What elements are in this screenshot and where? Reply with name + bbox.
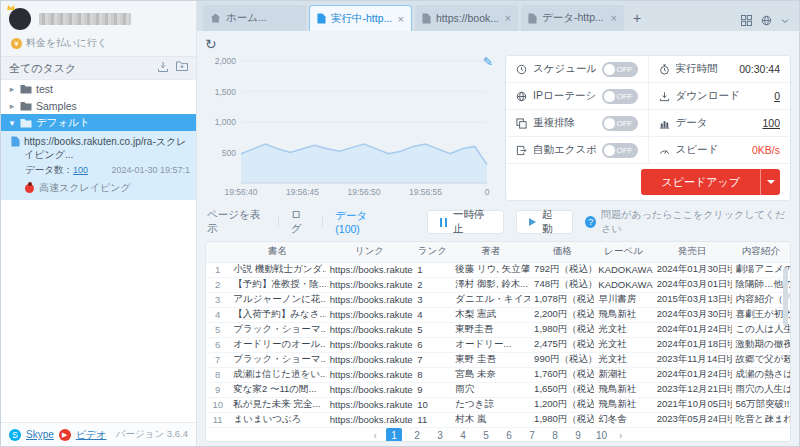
next-page-button[interactable]: › bbox=[617, 430, 624, 441]
tab-home[interactable]: ホーム... bbox=[203, 5, 306, 31]
sidebar-folder-default[interactable]: ▾デフォルト bbox=[1, 114, 196, 131]
table-row[interactable]: 10私が見た未来 完全...https://books.rakute...10た… bbox=[206, 397, 790, 412]
sidebar-footer: S Skype ▶ ビデオ バージョン 3.6.4 bbox=[1, 422, 196, 446]
column-header-7: 内容紹介 bbox=[732, 242, 790, 262]
chevron-down-icon bbox=[767, 180, 775, 184]
row-index: 2 bbox=[206, 277, 229, 292]
setting-label: IPローテーション bbox=[533, 89, 596, 103]
table-row[interactable]: 2【予約】准教授・陰...https://books.rakute...2澤村 … bbox=[206, 277, 790, 292]
sidebar-folder-test[interactable]: ▸test bbox=[1, 80, 196, 97]
page-button-8[interactable]: 8 bbox=[547, 428, 563, 443]
toggle-schedule[interactable]: OFF bbox=[602, 62, 638, 77]
speed-up-label: スピードアップ bbox=[641, 169, 760, 195]
table-row[interactable]: 1小説 機動戦士ガンダ...https://books.rakute...1後藤… bbox=[206, 262, 790, 277]
toggle-ip-rotation[interactable]: OFF bbox=[602, 89, 638, 104]
panel-row-ip-rotation: IPローテーションOFFダウンロード0 bbox=[506, 83, 790, 110]
page-button-2[interactable]: 2 bbox=[409, 428, 425, 443]
page-button-10[interactable]: 10 bbox=[593, 428, 610, 443]
toggle-dedup[interactable]: OFF bbox=[602, 116, 638, 131]
table-row[interactable]: 6オードリーのオール...https://books.rakute...6オード… bbox=[206, 337, 790, 352]
stat-value-data[interactable]: 100 bbox=[762, 117, 780, 129]
cell: 雨穴 bbox=[451, 382, 530, 397]
table-row[interactable]: 5ブラック・ショーマ...https://books.rakute...5東野圭… bbox=[206, 322, 790, 337]
tab-data[interactable]: データ(100) bbox=[335, 209, 387, 235]
table-row[interactable]: 8成瀬は信じた道をい...https://books.rakute...8宮島 … bbox=[206, 367, 790, 382]
svg-text:19:56:45: 19:56:45 bbox=[286, 187, 319, 197]
refresh-icon[interactable]: ↻ bbox=[205, 35, 223, 53]
skype-link[interactable]: Skype bbox=[26, 429, 54, 440]
speed-icon bbox=[659, 145, 670, 156]
stat-label: ダウンロード bbox=[676, 89, 769, 103]
task-item[interactable]: https://books.rakuten.co.jp/ra-スクレイピング..… bbox=[1, 131, 196, 200]
table-scrollbar[interactable] bbox=[783, 268, 788, 326]
cell: 村木 嵐 bbox=[451, 412, 530, 427]
cell: 光文社 bbox=[594, 337, 652, 352]
add-folder-icon[interactable] bbox=[176, 61, 188, 75]
page-button-1[interactable]: 1 bbox=[386, 428, 402, 443]
close-tab-icon[interactable]: × bbox=[505, 12, 511, 24]
cell: https://books.rakute... bbox=[326, 262, 414, 277]
table-row[interactable]: 3アルジャーノンに花...https://books.rakute...3ダニエ… bbox=[206, 292, 790, 307]
task-data-count-value[interactable]: 100 bbox=[73, 165, 88, 175]
pagination: ‹12345678910› bbox=[206, 428, 790, 443]
tab-log[interactable]: ログ bbox=[291, 208, 311, 236]
cell: 1,200円（税込） bbox=[530, 397, 594, 412]
prev-page-button[interactable]: ‹ bbox=[372, 430, 379, 441]
cell: オードリー... bbox=[451, 337, 530, 352]
cell: 新潮社 bbox=[594, 367, 652, 382]
cell: 8 bbox=[413, 367, 451, 382]
sidebar-folder-samples[interactable]: ▸Samples bbox=[1, 97, 196, 114]
close-tab-icon[interactable]: × bbox=[398, 13, 404, 25]
table-row[interactable]: 11まいまいつぶろhttps://books.rakute...11村木 嵐1,… bbox=[206, 412, 790, 427]
cell: 2023年05月24日頃 bbox=[653, 412, 732, 427]
row-index: 9 bbox=[206, 382, 229, 397]
avatar[interactable] bbox=[9, 8, 31, 30]
video-link[interactable]: ビデオ bbox=[76, 428, 107, 442]
pay-link[interactable]: ¥ 料金を払いに行く bbox=[1, 33, 196, 56]
username-redacted bbox=[39, 13, 131, 25]
page-button-7[interactable]: 7 bbox=[524, 428, 540, 443]
panel-rows: スケジュールOFF実行時間00:30:44IPローテーションOFFダウンロード0… bbox=[506, 56, 790, 164]
tab-show-page[interactable]: ページを表示 bbox=[207, 208, 266, 236]
grid-apps-icon[interactable] bbox=[741, 15, 752, 26]
tab-running[interactable]: 実行中-http...× bbox=[309, 5, 412, 31]
help-link[interactable]: ? 問題があったらここをクリックしてください bbox=[585, 208, 789, 236]
new-tab-button[interactable]: + bbox=[627, 7, 647, 29]
view-toolbar: ページを表示 ログ データ(100) 一時停止 起動 ? 問題があったらここをク… bbox=[207, 208, 789, 236]
tab-bar: ホーム...実行中-http...×https://book...×データ-ht… bbox=[197, 1, 799, 31]
table-row[interactable]: 7ブラック・ショーマ...https://books.rakute...7東野 … bbox=[206, 352, 790, 367]
globe-icon[interactable] bbox=[761, 15, 772, 26]
tab-data[interactable]: データ-http...× bbox=[521, 5, 624, 31]
page-button-6[interactable]: 6 bbox=[501, 428, 517, 443]
cell: 2015年03月13日頃 bbox=[653, 292, 732, 307]
stat-speed: スピード0KB/s bbox=[649, 137, 791, 163]
page-button-3[interactable]: 3 bbox=[432, 428, 448, 443]
cell: 【入荷予約】みなさ... bbox=[229, 307, 325, 322]
edit-chart-icon[interactable]: ✎ bbox=[483, 55, 493, 69]
import-task-icon[interactable] bbox=[157, 61, 169, 75]
page-icon bbox=[528, 13, 537, 24]
cell: 2 bbox=[413, 277, 451, 292]
cell: 2024年03月30日頃 bbox=[653, 307, 732, 322]
tab-browser[interactable]: https://book...× bbox=[415, 5, 518, 31]
start-button[interactable]: 起動 bbox=[516, 210, 573, 234]
dedup-icon bbox=[516, 118, 527, 129]
pause-button[interactable]: 一時停止 bbox=[427, 210, 504, 234]
speed-up-button[interactable]: スピードアップ bbox=[641, 169, 780, 195]
page-button-4[interactable]: 4 bbox=[455, 428, 471, 443]
table-row[interactable]: 4【入荷予約】みなさ...https://books.rakute...4木梨 … bbox=[206, 307, 790, 322]
page-button-9[interactable]: 9 bbox=[570, 428, 586, 443]
run-chart: 5001,0001,5002,00019:56:4019:56:4519:56:… bbox=[205, 55, 497, 201]
table-row[interactable]: 9変な家2 〜11の間...https://books.rakute...9雨穴… bbox=[206, 382, 790, 397]
toggle-auto-export[interactable]: OFF bbox=[602, 143, 638, 158]
column-header-2: ランク bbox=[413, 242, 451, 262]
close-tab-icon[interactable]: × bbox=[611, 12, 617, 24]
panel-row-dedup: 重複排除OFFデータ100 bbox=[506, 110, 790, 137]
row-index: 8 bbox=[206, 367, 229, 382]
stat-value-download[interactable]: 0 bbox=[774, 90, 780, 102]
cell: この人は人生をリノ... bbox=[732, 322, 790, 337]
chevron-down-icon[interactable] bbox=[781, 17, 789, 25]
speed-up-dropdown[interactable] bbox=[760, 169, 780, 195]
page-button-5[interactable]: 5 bbox=[478, 428, 494, 443]
stat-label: 実行時間 bbox=[676, 62, 734, 76]
